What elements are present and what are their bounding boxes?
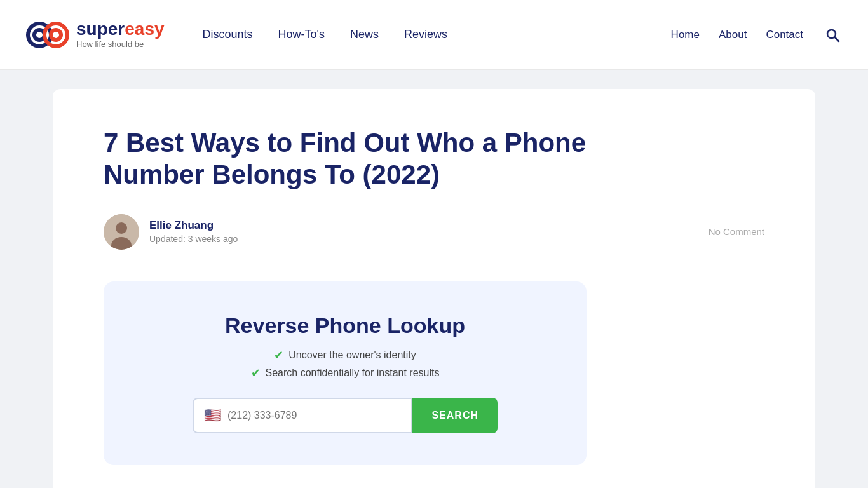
search-icon (825, 27, 840, 43)
no-comment: No Comment (709, 226, 764, 237)
check-icon-1: ✔ (274, 348, 283, 362)
nav-news[interactable]: News (350, 28, 379, 41)
lookup-features: ✔ Uncover the owner's identity ✔ Search … (129, 348, 561, 380)
site-header: super easy How life should be Discounts … (0, 0, 868, 70)
nav-home[interactable]: Home (671, 29, 700, 41)
svg-point-7 (116, 222, 127, 234)
lookup-feature-1: ✔ Uncover the owner's identity (129, 348, 561, 362)
search-submit-button[interactable]: SEARCH (412, 398, 498, 433)
author-row: Ellie Zhuang Updated: 3 weeks ago No Com… (104, 214, 764, 250)
lookup-title: Reverse Phone Lookup (129, 313, 561, 338)
nav-right: Home About Contact (671, 25, 843, 45)
lookup-widget: Reverse Phone Lookup ✔ Uncover the owner… (104, 281, 587, 465)
svg-line-5 (835, 37, 839, 41)
nav-discounts[interactable]: Discounts (203, 28, 253, 41)
content-card: 7 Best Ways to Find Out Who a Phone Numb… (53, 89, 815, 488)
avatar (104, 214, 139, 250)
author-info: Ellie Zhuang Updated: 3 weeks ago (104, 214, 238, 250)
search-button[interactable] (822, 25, 843, 45)
author-details: Ellie Zhuang Updated: 3 weeks ago (149, 219, 238, 244)
check-icon-2: ✔ (251, 366, 261, 380)
article-title: 7 Best Ways to Find Out Who a Phone Numb… (104, 127, 587, 191)
lookup-feature-2: ✔ Search confidentially for instant resu… (129, 366, 561, 380)
author-updated: Updated: 3 weeks ago (149, 234, 238, 244)
logo-icon (25, 13, 70, 57)
nav-contact[interactable]: Contact (766, 29, 803, 41)
svg-point-3 (51, 30, 61, 40)
nav-about[interactable]: About (719, 29, 747, 41)
phone-input-wrapper: 🇺🇸 (193, 398, 412, 433)
author-name: Ellie Zhuang (149, 219, 238, 232)
main-wrapper: 7 Best Ways to Find Out Who a Phone Numb… (27, 70, 841, 488)
avatar-image (104, 214, 139, 250)
logo-tagline: How life should be (76, 39, 165, 49)
phone-input[interactable] (227, 410, 401, 421)
us-flag-icon: 🇺🇸 (204, 407, 221, 424)
logo-super: super (76, 20, 125, 38)
svg-point-2 (44, 24, 67, 46)
nav-left: Discounts How-To's News Reviews (203, 28, 671, 41)
nav-reviews[interactable]: Reviews (404, 28, 447, 41)
nav-howtos[interactable]: How-To's (278, 28, 325, 41)
logo-easy: easy (125, 20, 164, 38)
search-row: 🇺🇸 SEARCH (193, 398, 498, 433)
logo-link[interactable]: super easy How life should be (25, 13, 165, 57)
logo-text: super easy How life should be (76, 20, 165, 49)
